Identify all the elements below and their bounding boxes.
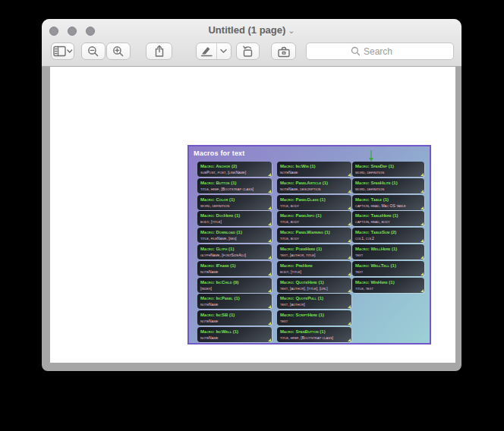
window-title-text: Untitled (1 page) <box>208 24 285 36</box>
macro-box: Macro: IncSB (1)noteName <box>197 310 272 326</box>
macro-box-params: title, body <box>277 235 351 241</box>
zoom-out-icon <box>87 46 99 58</box>
rotate-left-icon <box>241 45 254 58</box>
screen: { "window": { "title": "Untitled (1 page… <box>0 0 504 431</box>
macro-box-title: Macro: SpanHilite (1) <box>352 178 424 186</box>
corner-marker-icon <box>268 322 271 325</box>
corner-marker-icon <box>348 322 351 325</box>
macro-box: Macro: SpanButton (1)title, href, [Boots… <box>277 327 351 342</box>
macro-box: Macro: Button (1)title, href, [Bootstrap… <box>197 178 272 193</box>
macro-box-params: title, body <box>277 203 351 209</box>
macro-box-title: Macro: Table (1) <box>352 195 424 203</box>
macro-box-title: Macro: IFrame (1) <box>197 261 272 269</box>
chevron-down-icon[interactable]: ⌄ <box>288 26 295 35</box>
corner-marker-icon <box>348 206 351 209</box>
search-icon <box>351 46 361 56</box>
window-title[interactable]: Untitled (1 page)⌄ <box>42 24 461 36</box>
macro-box-title: Macro: QuotePull (1) <box>277 294 351 301</box>
rotate-left-button[interactable] <box>236 42 260 60</box>
macro-box-title: Macro: TableSum (2) <box>352 228 424 235</box>
chevron-down-icon[interactable] <box>220 49 227 54</box>
corner-marker-icon <box>348 338 351 341</box>
macro-box-title: Macro: TableHere (1) <box>352 211 424 219</box>
macro-box: Macro: IncWin (1)noteName <box>277 162 351 177</box>
macro-box-title: Macro: IncChild (9) <box>197 278 272 285</box>
macro-box-title: Macro: IncPanel (1) <box>197 294 272 301</box>
macro-box: Macro: SpanHilite (1)word, definition <box>352 178 424 193</box>
macro-box-title: Macro: PanelInfo (1) <box>277 211 351 219</box>
macro-box-params: word, definition <box>352 169 424 175</box>
macro-box: Macro: SpanDef (1)word, definition <box>352 162 424 177</box>
macro-box-title: Macro: Download (1) <box>197 228 272 235</box>
corner-marker-icon <box>268 289 271 292</box>
macro-box-title: Macro: IncSB (1) <box>197 310 272 318</box>
macro-box-title: Macro: QuoteHere (1) <box>277 278 351 285</box>
macro-box-title: Macro: Anchor (2) <box>197 162 272 169</box>
titlebar[interactable]: Untitled (1 page)⌄ <box>42 19 461 42</box>
macro-box-params: noteName <box>197 318 272 324</box>
corner-marker-icon <box>348 305 351 308</box>
markup-toolbar-icon <box>277 46 291 58</box>
macro-box-params: text, [author, title] <box>277 252 351 258</box>
corner-marker-icon <box>268 222 271 225</box>
corner-marker-icon <box>268 272 271 275</box>
macro-box-title: Macro: IncWin (1) <box>277 162 351 169</box>
macro-box-params: body, [title] <box>277 269 351 275</box>
macro-box-params: glyphName, [fontSizeAdj] <box>197 252 272 258</box>
macro-box-params: text <box>352 252 424 258</box>
chevron-down-icon <box>68 50 72 52</box>
corner-marker-icon <box>268 305 271 308</box>
macro-box: Macro: PanelArticle (1)noteName, descrip… <box>277 178 351 193</box>
macro-box: Macro: TableSum (2)col1, col2 <box>352 228 424 243</box>
macro-box-title: Macro: WellTell (1) <box>352 261 424 269</box>
search-field[interactable] <box>306 42 454 60</box>
macro-box: Macro: IncChild (9)[index] <box>197 278 272 293</box>
corner-marker-icon <box>268 190 271 193</box>
corner-marker-icon <box>421 289 424 292</box>
macro-box-title: Macro: IncWell (1) <box>197 327 272 335</box>
markup-toolbar-button[interactable] <box>271 42 296 60</box>
macro-box-params: body, [title] <box>197 219 272 225</box>
macro-box-title: Macro: PoemHere (1) <box>277 244 351 252</box>
corner-marker-icon <box>421 239 424 242</box>
corner-marker-icon <box>348 173 351 176</box>
macro-box: Macro: WellTell (1)text <box>352 261 424 276</box>
zoom-out-button[interactable] <box>81 42 106 60</box>
macro-box-params: title, body <box>277 219 351 225</box>
markup-pen-button[interactable] <box>196 42 232 60</box>
macro-box: Macro: PanelWarning (1)title, body <box>277 228 351 243</box>
macro-box-title: Macro: WellHere (1) <box>352 244 424 252</box>
corner-marker-icon <box>268 338 271 341</box>
macro-box-params: word, definition <box>352 186 424 192</box>
zoom-in-icon <box>112 46 124 58</box>
macro-box-params: subPost, post, [linkName] <box>197 169 272 175</box>
macro-box: Macro: PanelInfo (1)title, body <box>277 211 351 226</box>
macro-box: Macro: WellHere (1)text <box>352 244 424 260</box>
macro-box-params: text <box>352 269 424 275</box>
corner-marker-icon <box>268 206 271 209</box>
macro-box: Macro: TableHere (1)caption, head, body <box>352 211 424 226</box>
corner-marker-icon <box>268 173 271 176</box>
macro-box-title: Macro: SpanDef (1) <box>352 162 424 169</box>
corner-marker-icon <box>268 239 271 242</box>
sidebar-toggle-button[interactable] <box>51 42 74 60</box>
macro-box: Macro: PoemHere (1)text, [author, title] <box>277 244 351 260</box>
macro-box: Macro: Color (1)word, definition <box>197 195 272 210</box>
search-input[interactable] <box>364 46 409 57</box>
share-button[interactable] <box>146 42 172 60</box>
zoom-in-button[interactable] <box>106 42 131 60</box>
macro-box-params: [index] <box>197 285 272 291</box>
macro-box-title: Macro: PanelWarning (1) <box>277 228 351 235</box>
macro-box-params: title, text <box>352 285 424 291</box>
macro-box-params: text <box>277 318 351 324</box>
macro-box-params: caption, head, body <box>352 219 424 225</box>
corner-marker-icon <box>348 272 351 275</box>
macro-box: Macro: Glyph (1)glyphName, [fontSizeAdj] <box>197 244 272 260</box>
macro-box-params: col1, col2 <box>352 235 424 241</box>
toolbar <box>42 42 461 66</box>
macro-box-title: Macro: Glyph (1) <box>197 244 272 252</box>
macro-box-params: title, href, [Bootstrap class] <box>197 186 272 192</box>
macro-box: Macro: WinHere (1)title, text <box>352 278 424 293</box>
corner-marker-icon <box>421 256 424 259</box>
macro-box-title: Macro: PanelGlass (1) <box>277 195 351 203</box>
